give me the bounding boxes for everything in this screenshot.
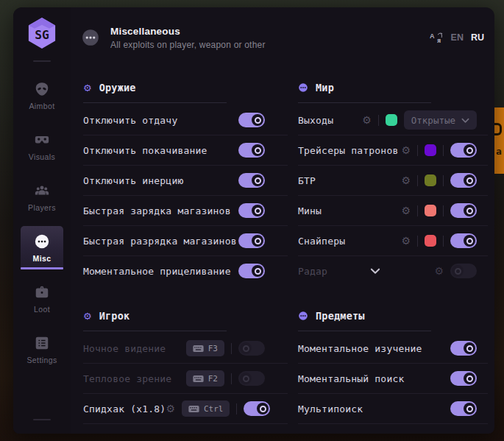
vertical-divider (236, 403, 237, 414)
gear-icon[interactable]: ⚙ (401, 145, 411, 155)
keybind-badge[interactable]: Ctrl (182, 401, 230, 417)
sidebar-item-visuals[interactable]: Visuals (21, 124, 63, 167)
gear-icon[interactable]: ⚙ (362, 115, 372, 125)
section-title: Мир (316, 82, 334, 94)
row-controls: F3 (186, 340, 265, 356)
toggle-on[interactable] (244, 401, 270, 416)
settings-row: БТР⚙ (298, 166, 488, 196)
section: ⚙ОружиеОтключить отдачуОтключить покачив… (83, 68, 288, 286)
keyboard-icon (188, 405, 199, 413)
toggle-off[interactable] (238, 371, 265, 386)
row-controls: ⚙ (434, 264, 477, 278)
keybind-badge[interactable]: F3 (186, 340, 224, 356)
ellipsis-icon (298, 82, 308, 93)
toggle-off[interactable] (238, 341, 265, 356)
vertical-divider (443, 205, 444, 216)
toggle-on[interactable] (238, 113, 265, 127)
background-fragment-text: a (496, 146, 504, 157)
keybind-badge[interactable]: F2 (186, 370, 224, 387)
row-controls (450, 341, 477, 356)
toggle-knob-ring (255, 208, 261, 214)
settings-content: ⚙ОружиеОтключить отдачуОтключить покачив… (71, 68, 494, 434)
sidebar-item-settings[interactable]: Settings (21, 328, 63, 370)
chevron-down-icon[interactable] (370, 268, 380, 275)
toggle-knob (252, 174, 263, 186)
gear-icon[interactable]: ⚙ (166, 403, 175, 414)
settings-row: Мины⚙ (298, 196, 488, 226)
settings-row: Моментальное изучение (298, 334, 488, 364)
section-header: ⚙Оружие (83, 68, 288, 96)
toggle-knob-ring (466, 375, 473, 382)
row-label: Тепловое зрение (83, 373, 171, 384)
misc-page-icon (81, 28, 100, 47)
color-swatch[interactable] (425, 174, 436, 186)
toggle-on[interactable] (450, 371, 477, 386)
settings-row: Мультипоиск (298, 394, 488, 424)
toggle-on[interactable] (450, 173, 477, 188)
gear-icon[interactable]: ⚙ (434, 266, 444, 276)
sidebar-item-loot[interactable]: Loot (21, 277, 63, 320)
color-swatch[interactable] (425, 144, 436, 156)
column-right: МирВыходы⚙ОткрытыеТрейсеры патронов⚙БТР⚙… (298, 68, 488, 424)
settings-row: Отключить покачивание (83, 135, 288, 166)
toggle-on[interactable] (238, 143, 265, 158)
toggle-on[interactable] (238, 233, 265, 248)
gear-icon[interactable]: ⚙ (401, 175, 411, 186)
players-icon (34, 183, 50, 199)
dropdown-select[interactable]: Открытые (404, 110, 477, 130)
row-label: Быстрая зарядка магазинов (83, 205, 231, 216)
settings-row: Радар⚙ (298, 256, 488, 286)
gear-icon[interactable]: ⚙ (401, 205, 411, 216)
toggle-knob-ring (255, 238, 261, 244)
lang-ru-button[interactable]: RU (471, 32, 484, 43)
color-swatch[interactable] (425, 205, 436, 216)
toggle-on[interactable] (238, 173, 265, 188)
section-divider (83, 331, 227, 331)
alien-icon (34, 81, 50, 97)
toggle-on[interactable] (238, 203, 265, 218)
row-label: Отключить отдачу (83, 115, 177, 126)
color-swatch[interactable] (425, 235, 436, 247)
row-label: Выходы (298, 115, 333, 126)
toggle-on[interactable] (450, 401, 477, 416)
toggle-off[interactable] (450, 264, 477, 278)
dropdown-value: Открытые (411, 115, 455, 126)
vertical-divider (417, 205, 418, 216)
row-controls (450, 401, 477, 416)
toggle-on[interactable] (450, 233, 477, 248)
settings-row: Отключить отдачу (83, 105, 288, 135)
toggle-on[interactable] (238, 264, 265, 278)
toggle-knob-ring (260, 406, 266, 412)
sidebar-item-aimbot[interactable]: Aimbot (21, 74, 63, 116)
toggle-knob (240, 342, 252, 354)
keyboard-icon (193, 345, 204, 353)
row-controls: ⚙Открытые (362, 110, 477, 130)
toggle-on[interactable] (450, 341, 477, 356)
row-label: Быстрая разрядка магазинов (83, 236, 237, 247)
sidebar-item-label: Loot (34, 305, 50, 314)
game-background-fragment: a (494, 107, 504, 174)
toggle-on[interactable] (450, 143, 477, 158)
color-swatch[interactable] (386, 114, 397, 126)
row-label: Моментальный поиск (298, 373, 404, 384)
gear-icon: ⚙ (83, 83, 92, 93)
section: МирВыходы⚙ОткрытыеТрейсеры патронов⚙БТР⚙… (298, 68, 488, 286)
page-header: Miscellaneous All exploits on player, we… (71, 7, 494, 68)
loot-icon (34, 284, 50, 300)
vertical-divider (417, 175, 418, 186)
sidebar-item-players[interactable]: Players (21, 175, 63, 218)
toggle-knob-ring (243, 375, 249, 382)
toggle-knob-ring (466, 406, 473, 412)
keybind-label: F2 (208, 374, 218, 384)
lang-en-button[interactable]: EN (451, 32, 464, 43)
row-controls: ⚙Ctrl (166, 401, 270, 417)
vertical-divider (443, 236, 444, 247)
toggle-knob (464, 403, 475, 414)
section-divider (298, 331, 431, 331)
page-title: Miscellaneous (110, 26, 266, 37)
toggle-on[interactable] (450, 203, 477, 218)
settings-row: Выходы⚙Открытые (298, 105, 488, 135)
gear-icon[interactable]: ⚙ (401, 236, 411, 246)
row-controls: ⚙ (401, 173, 477, 188)
sidebar-item-misc[interactable]: Misc (21, 226, 63, 269)
